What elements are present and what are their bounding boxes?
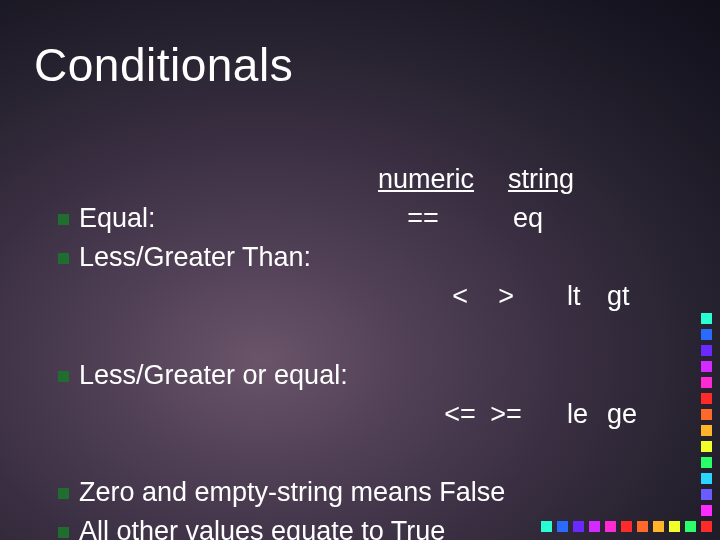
deco-square: [701, 521, 712, 532]
deco-square: [701, 377, 712, 388]
deco-square: [701, 393, 712, 404]
bullet-row-note-false: Zero and empty-string means False: [58, 473, 660, 512]
string-op-le: le: [567, 395, 607, 434]
deco-square: [701, 489, 712, 500]
string-op-gt: gt: [607, 277, 647, 316]
string-ops: lege: [507, 356, 647, 473]
string-op: eq: [507, 199, 543, 238]
deco-square: [701, 473, 712, 484]
numeric-op-le: <=: [437, 395, 483, 434]
numeric-ops: <=>=: [377, 356, 507, 473]
row-label: Less/Greater Than:: [79, 238, 377, 277]
deco-square: [701, 345, 712, 356]
deco-square: [701, 409, 712, 420]
slide-body: numeric string Equal: == eq Less/Greater…: [58, 160, 660, 540]
bullet-icon: [58, 214, 69, 225]
deco-square: [669, 521, 680, 532]
bullet-icon: [58, 527, 69, 538]
deco-square: [701, 441, 712, 452]
bullet-row-equal: Equal: == eq: [58, 199, 660, 238]
string-op-ge: ge: [607, 395, 647, 434]
string-ops: ltgt: [507, 238, 647, 355]
note-text: All other values equate to True: [79, 512, 445, 540]
deco-square: [701, 457, 712, 468]
header-numeric: numeric: [378, 160, 508, 199]
deco-square: [701, 505, 712, 516]
bullet-row-note-true: All other values equate to True: [58, 512, 660, 540]
row-label: Equal:: [79, 199, 377, 238]
deco-square: [701, 329, 712, 340]
slide: Conditionals numeric string Equal: == eq…: [0, 0, 720, 540]
header-string: string: [508, 160, 574, 199]
bullet-row-lgt: Less/Greater Than: <> ltgt: [58, 238, 660, 355]
deco-square: [701, 313, 712, 324]
numeric-op-lt: <: [437, 277, 483, 316]
header-row: numeric string: [78, 160, 660, 199]
row-label: Less/Greater or equal:: [79, 356, 377, 395]
bullet-row-lge: Less/Greater or equal: <=>= lege: [58, 356, 660, 473]
note-text: Zero and empty-string means False: [79, 473, 505, 512]
bullet-icon: [58, 253, 69, 264]
numeric-ops: <>: [377, 238, 507, 355]
slide-title: Conditionals: [34, 38, 293, 92]
bullet-icon: [58, 488, 69, 499]
deco-square: [701, 425, 712, 436]
numeric-op: ==: [377, 199, 507, 238]
deco-square: [685, 521, 696, 532]
bullet-icon: [58, 371, 69, 382]
deco-square: [701, 361, 712, 372]
string-op-lt: lt: [567, 277, 607, 316]
